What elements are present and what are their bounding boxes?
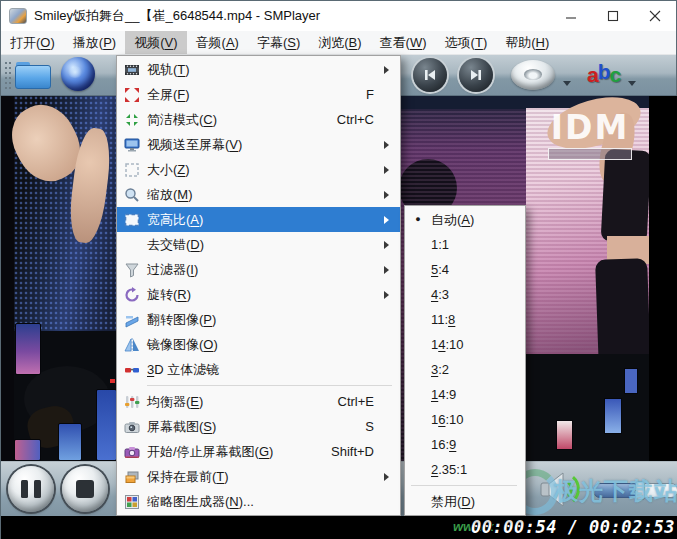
audio-menu-button[interactable]: [511, 60, 555, 90]
submenu-arrow-icon: [384, 241, 400, 249]
aspect-item-label: 5:4: [431, 262, 449, 277]
aspect-item-4:3[interactable]: 4:3: [405, 282, 525, 307]
aspect-item-11:8[interactable]: 11:8: [405, 307, 525, 332]
stop-button[interactable]: [62, 466, 108, 512]
video-menu-item-11[interactable]: 镜像图像(O): [117, 332, 400, 357]
video-crowd-left: [14, 331, 116, 461]
open-url-icon[interactable]: [61, 57, 95, 91]
aspect-item-16:9[interactable]: 16:9: [405, 432, 525, 457]
video-menu-item-2[interactable]: 简洁模式(C)Ctrl+C: [117, 107, 400, 132]
aspect-item-14:10[interactable]: 14:10: [405, 332, 525, 357]
volume-slider[interactable]: [593, 483, 677, 498]
pause-icon: [21, 480, 41, 498]
menubar-item-0[interactable]: 打开(O): [1, 31, 64, 54]
menu-separator: [147, 385, 392, 386]
idm-watermark-text: IDM: [529, 110, 651, 146]
video-menu-item-12[interactable]: 3D 立体滤镜: [117, 357, 400, 382]
minimize-button[interactable]: [550, 1, 592, 31]
video-menu-item-1[interactable]: 全屏(F)F: [117, 82, 400, 107]
aspect-item-label: 16:9: [431, 437, 456, 452]
open-file-icon[interactable]: [15, 59, 51, 89]
aspect-item-label: 3:2: [431, 362, 449, 377]
aspect-item-3:2[interactable]: 3:2: [405, 357, 525, 382]
aspect-item-16:10[interactable]: 16:10: [405, 407, 525, 432]
aspect-item-label: 禁用(D): [431, 493, 475, 511]
thumbnail-generator-icon: [117, 494, 147, 510]
aspect-item-D[interactable]: 禁用(D): [405, 489, 525, 514]
next-icon: [468, 67, 484, 83]
submenu-arrow-icon: [384, 473, 400, 481]
minimize-icon: [565, 10, 577, 22]
video-menu-item-6[interactable]: 宽高比(A): [117, 207, 400, 232]
3d-glasses-icon: [117, 362, 147, 378]
menubar-item-2[interactable]: 视频(V): [125, 31, 186, 54]
video-menu-item-4[interactable]: 大小(Z): [117, 157, 400, 182]
smplayer-window: Smiley饭拍舞台__【崔_6648544.mp4 - SMPlayer 打开…: [0, 0, 677, 539]
menu-item-label: 宽高比(A): [147, 211, 374, 229]
menu-item-label: 翻转图像(P): [147, 311, 374, 329]
close-button[interactable]: [634, 1, 676, 31]
video-menu-item-0[interactable]: 视轨(T): [117, 57, 400, 82]
volume-fill: [593, 483, 641, 498]
menu-separator: [411, 485, 517, 486]
menu-item-label: 开始/停止屏幕截图(G): [147, 443, 331, 461]
video-menu-item-14[interactable]: 屏幕截图(S)S: [117, 414, 400, 439]
video-menu-item-10[interactable]: 翻转图像(P): [117, 307, 400, 332]
maximize-button[interactable]: [592, 1, 634, 31]
menu-item-label: 均衡器(E): [147, 393, 338, 411]
subtitles-dropdown-arrow-icon[interactable]: [628, 81, 636, 86]
aspect-item-1:1[interactable]: 1:1: [405, 232, 525, 257]
pause-button[interactable]: [8, 466, 54, 512]
submenu-arrow-icon: [384, 141, 400, 149]
menubar-item-4[interactable]: 字幕(S): [248, 31, 309, 54]
aspect-item-2.35:1[interactable]: 2.35:1: [405, 457, 525, 482]
menu-item-label: 简洁模式(C): [147, 111, 337, 129]
aspect-item-A[interactable]: ●自动(A): [405, 207, 525, 232]
submenu-arrow-icon: [384, 66, 400, 74]
video-menu-item-7[interactable]: 去交错(D): [117, 232, 400, 257]
menu-item-shortcut: S: [365, 419, 384, 434]
video-menu-item-3[interactable]: 视频送至屏幕(V): [117, 132, 400, 157]
video-menu-item-15[interactable]: 开始/停止屏幕截图(G)Shift+D: [117, 439, 400, 464]
subtitles-menu-button[interactable]: abc: [587, 63, 620, 87]
menubar-item-1[interactable]: 播放(P): [64, 31, 125, 54]
menu-bar: 打开(O)播放(P)视频(V)音频(A)字幕(S)浏览(B)查看(W)选项(T)…: [1, 31, 676, 55]
volume-handle[interactable]: [635, 481, 645, 500]
video-menu-item-16[interactable]: 保持在最前(T): [117, 464, 400, 489]
submenu-arrow-icon: [384, 216, 400, 224]
menu-item-label: 屏幕截图(S): [147, 418, 365, 436]
toolbar-grip[interactable]: [4, 61, 11, 90]
title-bar[interactable]: Smiley饭拍舞台__【崔_6648544.mp4 - SMPlayer: [1, 1, 676, 31]
aspect-item-5:4[interactable]: 5:4: [405, 257, 525, 282]
aspect-item-label: 1:1: [431, 237, 449, 252]
app-icon: [9, 8, 27, 24]
video-menu-item-8[interactable]: 过滤器(I): [117, 257, 400, 282]
submenu-arrow-icon: [384, 291, 400, 299]
size-icon: [117, 162, 147, 178]
menubar-item-3[interactable]: 音频(A): [187, 31, 248, 54]
audio-dropdown-arrow-icon[interactable]: [563, 81, 571, 86]
aspect-ratio-icon: [117, 212, 147, 228]
video-menu-item-13[interactable]: 均衡器(E)Ctrl+E: [117, 389, 400, 414]
previous-track-button[interactable]: [413, 58, 447, 92]
menubar-item-5[interactable]: 浏览(B): [309, 31, 370, 54]
rotate-icon: [117, 287, 147, 303]
menubar-item-7[interactable]: 选项(T): [436, 31, 497, 54]
video-menu-item-9[interactable]: 旋转(R): [117, 282, 400, 307]
menu-item-label: 去交错(D): [147, 236, 374, 254]
volume-speaker-icon[interactable]: [539, 468, 585, 513]
menubar-item-8[interactable]: 帮助(H): [496, 31, 558, 54]
screen-icon: [117, 137, 147, 153]
menubar-item-6[interactable]: 查看(W): [371, 31, 436, 54]
next-track-button[interactable]: [459, 58, 493, 92]
fullscreen-icon: [117, 87, 147, 103]
film-track-icon: [117, 62, 147, 78]
aspect-item-label: 自动(A): [431, 211, 474, 229]
video-menu-item-17[interactable]: 缩略图生成器(N)...: [117, 489, 400, 514]
video-menu-item-5[interactable]: 缩放(M): [117, 182, 400, 207]
aspect-item-14:9[interactable]: 14:9: [405, 382, 525, 407]
menu-item-label: 缩略图生成器(N)...: [147, 493, 374, 511]
aspect-ratio-submenu: ●自动(A)1:15:44:311:814:103:214:916:1016:9…: [404, 205, 526, 516]
maximize-icon: [607, 10, 619, 22]
aspect-item-label: 4:3: [431, 287, 449, 302]
